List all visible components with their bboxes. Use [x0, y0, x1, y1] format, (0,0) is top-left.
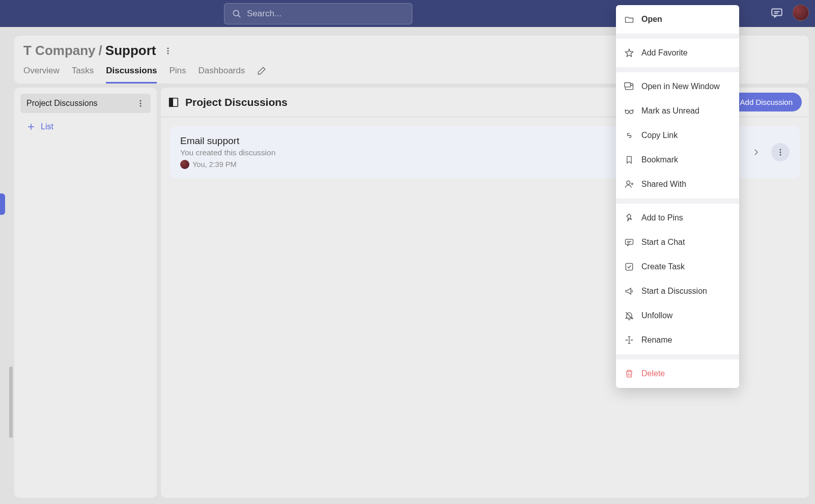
menu-item-start_chat[interactable]: Start a Chat: [616, 230, 739, 255]
breadcrumb-current[interactable]: Support: [105, 43, 156, 59]
menu-item-label: Mark as Unread: [641, 106, 699, 116]
menu-item-label: Bookmark: [641, 155, 678, 164]
menu-item-label: Add to Pins: [641, 213, 683, 222]
menu-item-unread[interactable]: Mark as Unread: [616, 99, 739, 123]
topbar-right: [770, 2, 809, 23]
menu-item-label: Rename: [641, 335, 672, 345]
tab-discussions[interactable]: Discussions: [106, 66, 157, 83]
menu-item-label: Delete: [641, 369, 665, 378]
left-rail-indicator: [0, 193, 5, 215]
svg-point-21: [626, 110, 629, 114]
trash-icon: [624, 369, 634, 379]
menu-item-label: Add Favorite: [641, 48, 688, 58]
menu-item-shared_with[interactable]: Shared With: [616, 172, 739, 197]
menu-item-unfollow[interactable]: Unfollow: [616, 303, 739, 328]
sidebar-item-project-discussions[interactable]: Project Discussions: [20, 94, 151, 113]
folder-open-icon: [624, 14, 634, 24]
more-vertical-icon: [164, 47, 172, 55]
task-icon: [624, 262, 634, 272]
megaphone-icon: [624, 286, 634, 296]
svg-point-7: [167, 52, 169, 54]
collapse-panel-icon[interactable]: [168, 97, 179, 108]
menu-item-bookmark[interactable]: Bookmark: [616, 148, 739, 172]
svg-point-6: [167, 50, 169, 51]
menu-separator: [616, 199, 739, 204]
menu-item-label: Unfollow: [641, 311, 672, 320]
window-icon: [624, 81, 634, 92]
menu-item-label: Create Task: [641, 262, 685, 271]
bookmark-icon: [624, 155, 634, 165]
svg-rect-26: [626, 239, 633, 244]
discussion-more-button[interactable]: [771, 143, 790, 161]
more-vertical-icon: [776, 148, 784, 156]
more-vertical-icon[interactable]: [136, 99, 145, 107]
svg-point-8: [140, 100, 142, 102]
menu-item-add_pins[interactable]: Add to Pins: [616, 206, 739, 230]
tab-tasks[interactable]: Tasks: [72, 66, 94, 83]
breadcrumb-parent[interactable]: T Company: [23, 43, 96, 59]
glasses-icon: [624, 106, 634, 116]
menu-item-open[interactable]: Open: [616, 7, 739, 32]
discussion-subtitle: You created this discussion: [180, 148, 275, 157]
context-menu: OpenAdd FavoriteOpen in New WindowMark a…: [616, 5, 739, 388]
discussion-actions: [747, 143, 790, 161]
left-scrollbar[interactable]: [9, 367, 13, 438]
menu-item-copy_link[interactable]: Copy Link: [616, 123, 739, 148]
discussion-meta-text: You, 2:39 PM: [192, 160, 237, 169]
search-input[interactable]: [247, 9, 405, 19]
side-panel: Project Discussions List: [14, 88, 157, 498]
menu-item-label: Open: [641, 15, 662, 24]
svg-point-10: [140, 105, 142, 107]
menu-item-new_window[interactable]: Open in New Window: [616, 74, 739, 99]
menu-item-label: Shared With: [641, 180, 686, 189]
user-avatar[interactable]: [793, 5, 809, 21]
chat-icon: [624, 237, 634, 247]
search-icon: [232, 9, 242, 19]
author-avatar: [180, 160, 189, 169]
discussion-meta: You, 2:39 PM: [180, 160, 275, 169]
menu-item-favorite[interactable]: Add Favorite: [616, 41, 739, 65]
pin-icon: [624, 213, 634, 223]
add-list-label: List: [41, 122, 53, 131]
breadcrumb-more-button[interactable]: [161, 44, 175, 58]
search-box[interactable]: [224, 3, 412, 24]
user-plus-icon: [624, 179, 634, 189]
menu-item-label: Start a Discussion: [641, 287, 707, 296]
discussion-title: Email support: [180, 135, 275, 147]
svg-line-1: [238, 15, 240, 17]
svg-rect-20: [625, 83, 631, 87]
svg-point-9: [140, 103, 142, 104]
bell-off-icon: [624, 311, 634, 321]
tab-pins[interactable]: Pins: [169, 66, 186, 83]
menu-item-label: Open in New Window: [641, 82, 720, 91]
svg-point-16: [780, 152, 781, 153]
open-discussion-button[interactable]: [747, 143, 765, 161]
svg-rect-29: [626, 263, 632, 270]
plus-icon: [26, 122, 36, 131]
menu-separator: [616, 34, 739, 39]
pencil-icon: [257, 66, 266, 75]
chevron-right-icon: [751, 148, 761, 157]
menu-item-delete[interactable]: Delete: [616, 361, 739, 386]
chat-topbar-icon[interactable]: [770, 6, 783, 19]
main-title: Project Discussions: [185, 96, 288, 108]
menu-item-label: Copy Link: [641, 131, 678, 140]
svg-point-5: [167, 47, 169, 49]
svg-rect-14: [170, 98, 173, 106]
tab-dashboards[interactable]: Dashboards: [199, 66, 245, 83]
link-icon: [624, 130, 634, 141]
menu-item-start_discussion[interactable]: Start a Discussion: [616, 279, 739, 303]
star-icon: [624, 48, 634, 58]
menu-item-create_task[interactable]: Create Task: [616, 255, 739, 279]
edit-tabs-button[interactable]: [257, 66, 266, 83]
breadcrumb-separator: /: [99, 43, 102, 59]
menu-item-rename[interactable]: Rename: [616, 328, 739, 352]
tab-overview[interactable]: Overview: [23, 66, 60, 83]
svg-point-22: [630, 110, 633, 114]
svg-point-15: [780, 149, 781, 151]
discussion-info: Email support You created this discussio…: [180, 135, 275, 169]
rename-icon: [624, 335, 634, 345]
svg-point-23: [627, 181, 630, 184]
add-list-button[interactable]: List: [20, 116, 151, 137]
svg-rect-2: [772, 9, 782, 15]
